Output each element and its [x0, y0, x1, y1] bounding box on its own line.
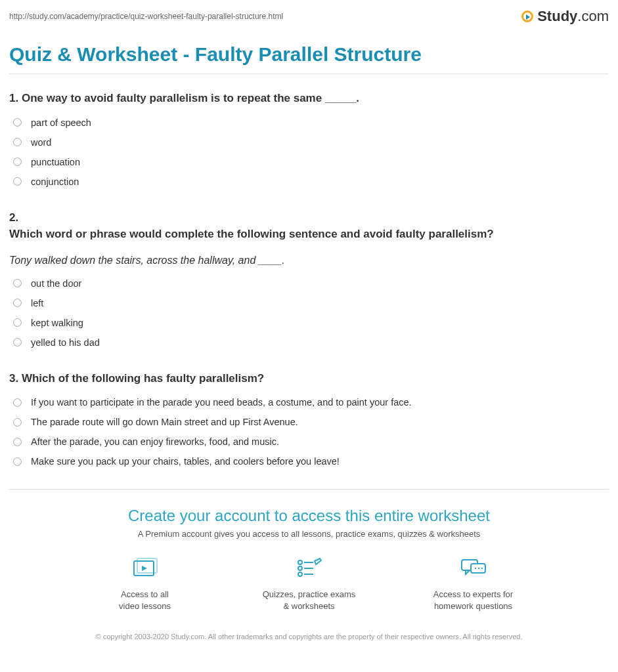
cta-subtitle: A Premium account gives you access to al… — [9, 529, 609, 539]
copyright: © copyright 2003-2020 Study.com. All oth… — [79, 632, 539, 642]
option-item[interactable]: After the parade, you can enjoy firework… — [13, 436, 609, 447]
option-label: conjunction — [31, 177, 79, 187]
radio-icon[interactable] — [13, 457, 22, 466]
option-label: yelled to his dad — [31, 337, 100, 348]
options-list: If you want to participate in the parade… — [9, 397, 609, 467]
header: http://study.com/academy/practice/quiz-w… — [9, 8, 609, 25]
option-item[interactable]: kept walking — [13, 318, 609, 328]
question-block: 1. One way to avoid faulty parallelism i… — [9, 90, 609, 187]
radio-icon[interactable] — [13, 438, 22, 446]
svg-point-2 — [298, 560, 302, 564]
option-item[interactable]: yelled to his dad — [13, 337, 609, 348]
radio-icon[interactable] — [13, 318, 22, 327]
chat-icon — [460, 557, 487, 579]
option-label: Make sure you pack up your chairs, table… — [31, 456, 340, 467]
radio-icon[interactable] — [13, 158, 22, 166]
feature-quizzes: Quizzes, practice exams & worksheets — [257, 557, 362, 612]
radio-icon[interactable] — [13, 398, 22, 407]
features-row: Access to all video lessons Quizzes, pra… — [9, 557, 609, 612]
svg-point-12 — [481, 568, 482, 569]
radio-icon[interactable] — [13, 299, 22, 307]
feature-video: Access to all video lessons — [93, 557, 198, 612]
option-item[interactable]: Make sure you pack up your chairs, table… — [13, 456, 609, 467]
option-item[interactable]: part of speech — [13, 117, 609, 128]
option-item[interactable]: punctuation — [13, 157, 609, 167]
radio-icon[interactable] — [13, 338, 22, 346]
page-title: Quiz & Worksheet - Faulty Parallel Struc… — [9, 43, 609, 66]
site-logo: Study.com — [521, 8, 609, 25]
options-list: out the doorleftkept walkingyelled to hi… — [9, 278, 609, 348]
cta-section: Create your account to access this entir… — [9, 489, 609, 642]
radio-icon[interactable] — [13, 418, 22, 427]
option-label: out the door — [31, 278, 81, 289]
checklist-icon — [296, 557, 322, 579]
radio-icon[interactable] — [13, 118, 22, 127]
option-item[interactable]: conjunction — [13, 177, 609, 187]
option-item[interactable]: left — [13, 298, 609, 308]
option-item[interactable]: word — [13, 137, 609, 148]
radio-icon[interactable] — [13, 279, 22, 287]
option-label: part of speech — [31, 117, 91, 128]
option-label: The parade route will go down Main stree… — [31, 417, 298, 427]
option-label: left — [31, 298, 43, 308]
option-item[interactable]: The parade route will go down Main stree… — [13, 417, 609, 427]
question-text: 1. One way to avoid faulty parallelism i… — [9, 90, 609, 107]
svg-point-6 — [298, 572, 302, 576]
option-item[interactable]: out the door — [13, 278, 609, 289]
question-text: 3. Which of the following has faulty par… — [9, 370, 609, 387]
svg-point-10 — [474, 568, 475, 569]
feature-experts: Access to experts for homework questions — [421, 557, 526, 612]
video-icon — [132, 557, 158, 579]
options-list: part of speechwordpunctuationconjunction — [9, 117, 609, 187]
option-label: After the parade, you can enjoy firework… — [31, 436, 279, 447]
option-item[interactable]: If you want to participate in the parade… — [13, 397, 609, 408]
question-text: 2.Which word or phrase would complete th… — [9, 209, 609, 243]
radio-icon[interactable] — [13, 138, 22, 146]
option-label: kept walking — [31, 318, 83, 328]
radio-icon[interactable] — [13, 177, 22, 186]
svg-point-4 — [298, 566, 302, 570]
question-example: Tony walked down the stairs, across the … — [9, 255, 609, 266]
svg-point-11 — [477, 568, 479, 569]
cta-title: Create your account to access this entir… — [9, 507, 609, 525]
page-url: http://study.com/academy/practice/quiz-w… — [9, 12, 283, 21]
option-label: punctuation — [31, 157, 80, 167]
option-label: word — [31, 137, 51, 148]
option-label: If you want to participate in the parade… — [31, 397, 412, 408]
question-block: 3. Which of the following has faulty par… — [9, 370, 609, 467]
question-block: 2.Which word or phrase would complete th… — [9, 209, 609, 348]
play-icon — [521, 10, 533, 22]
divider — [9, 74, 609, 74]
